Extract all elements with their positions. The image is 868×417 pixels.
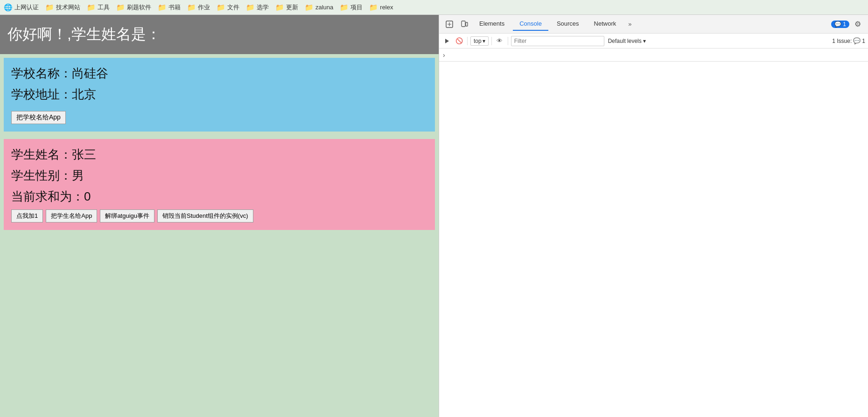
bookmark-gengxin[interactable]: 📁 更新: [275, 3, 298, 12]
console-divider-3: [508, 37, 508, 45]
devtools-console-toolbar: 🚫 top ▾ 👁 Default levels ▾ 1 Issue: 💬 1: [439, 34, 868, 49]
console-divider: [467, 37, 468, 45]
main-area: 你好啊！,学生姓名是： 学校名称：尚硅谷 学校地址：北京 把学校名给App 学生…: [0, 15, 868, 417]
svg-marker-3: [445, 39, 449, 43]
student-name-to-app-button[interactable]: 把学生名给App: [46, 209, 97, 222]
issues-icon: 💬: [853, 37, 861, 44]
bookmark-gongju[interactable]: 📁 工具: [87, 3, 110, 12]
tab-network[interactable]: Network: [588, 17, 623, 31]
page-header-text: 你好啊！,学生姓名是：: [7, 26, 161, 42]
bookmark-label: 项目: [350, 3, 363, 12]
bookmark-label: zaluna: [315, 4, 333, 11]
bookmark-xiangmu[interactable]: 📁 项目: [340, 3, 363, 12]
school-address-text: 学校地址：北京: [11, 86, 427, 103]
bookmark-shangwang[interactable]: 🌐 上网认证: [4, 3, 39, 12]
devtools-content: [439, 62, 868, 417]
bookmark-label: 选学: [257, 3, 269, 12]
increment-button[interactable]: 点我加1: [11, 209, 43, 222]
bookmarks-bar: 🌐 上网认证 📁 技术网站 📁 工具 📁 刷题软件 📁 书籍 📁 作业 📁 文件…: [0, 0, 868, 15]
folder-icon-11: 📁: [369, 3, 378, 12]
bookmark-label: 技术网站: [56, 3, 80, 12]
console-eye-button[interactable]: 👁: [495, 36, 505, 46]
student-name-text: 学生姓名：张三: [11, 146, 427, 163]
school-name-text: 学校名称：尚硅谷: [11, 65, 427, 82]
student-section: 学生姓名：张三 学生性别：男 当前求和为：0 点我加1 把学生名给App 解绑a…: [4, 139, 435, 230]
bookmark-wenjian[interactable]: 📁 文件: [217, 3, 239, 12]
console-filter-input[interactable]: [511, 36, 604, 46]
folder-icon-8: 📁: [275, 3, 284, 12]
web-icon: 🌐: [4, 3, 13, 12]
badge-count: 1: [843, 21, 846, 28]
svg-rect-1: [462, 21, 465, 27]
issues-badge: 1 Issue: 💬 1: [832, 37, 865, 44]
bookmark-label: 书籍: [168, 3, 181, 12]
tab-console[interactable]: Console: [513, 17, 548, 31]
bookmark-label: relex: [380, 4, 393, 11]
chevron-right-icon[interactable]: ›: [443, 51, 445, 59]
bookmark-zaluna[interactable]: 📁 zaluna: [305, 3, 333, 12]
chevron-down-icon-2: ▾: [643, 38, 646, 44]
bookmark-label: 上网认证: [14, 3, 39, 12]
devtools-settings-button[interactable]: ⚙: [851, 18, 864, 31]
devtools-device-button[interactable]: [458, 18, 471, 31]
bookmark-jishu[interactable]: 📁 技术网站: [45, 3, 80, 12]
console-block-button[interactable]: 🚫: [454, 36, 464, 46]
bookmark-zuoye[interactable]: 📁 作业: [187, 3, 210, 12]
console-run-button[interactable]: [442, 36, 452, 46]
devtools-badge: 💬 1: [831, 21, 849, 28]
folder-icon-9: 📁: [305, 3, 314, 12]
school-section: 学校名称：尚硅谷 学校地址：北京 把学校名给App: [4, 58, 435, 132]
svg-rect-2: [466, 22, 468, 26]
tab-elements[interactable]: Elements: [473, 17, 511, 31]
bookmark-relex[interactable]: 📁 relex: [369, 3, 393, 12]
folder-icon-5: 📁: [187, 3, 196, 12]
school-name-to-app-button[interactable]: 把学校名给App: [11, 111, 66, 124]
issues-count: 1: [862, 38, 865, 44]
folder-icon-1: 📁: [45, 3, 54, 12]
bookmark-shuti[interactable]: 📁 刷题软件: [116, 3, 151, 12]
devtools-toolbar: Elements Console Sources Network » 💬 1 ⚙: [439, 15, 868, 34]
bookmark-label: 作业: [198, 3, 210, 12]
folder-icon-3: 📁: [116, 3, 125, 12]
page-area: 你好啊！,学生姓名是： 学校名称：尚硅谷 学校地址：北京 把学校名给App 学生…: [0, 15, 439, 417]
chevron-down-icon: ▾: [483, 38, 485, 44]
devtools-more-button[interactable]: »: [624, 19, 635, 29]
folder-icon-6: 📁: [217, 3, 225, 12]
folder-icon-2: 📁: [87, 3, 96, 12]
bookmark-label: 工具: [98, 3, 110, 12]
folder-icon-4: 📁: [158, 3, 167, 12]
devtools-console-row: ›: [439, 49, 868, 62]
issues-label: 1 Issue:: [832, 38, 852, 44]
bookmark-label: 刷题软件: [127, 3, 151, 12]
tab-sources[interactable]: Sources: [550, 17, 586, 31]
folder-icon-10: 📁: [340, 3, 349, 12]
student-buttons: 点我加1 把学生名给App 解绑atguigu事件 销毁当前Student组件的…: [11, 209, 427, 222]
default-levels-button[interactable]: Default levels ▾: [606, 37, 648, 45]
bookmark-label: 更新: [286, 3, 298, 12]
chat-icon: 💬: [834, 21, 841, 28]
console-divider-2: [491, 37, 492, 45]
devtools-panel: Elements Console Sources Network » 💬 1 ⚙…: [439, 15, 868, 417]
bookmark-shiji[interactable]: 📁 书籍: [158, 3, 181, 12]
bookmark-xuanxue[interactable]: 📁 选学: [246, 3, 269, 12]
page-header: 你好啊！,学生姓名是：: [0, 15, 439, 54]
top-label: top: [474, 38, 482, 44]
destroy-student-button[interactable]: 销毁当前Student组件的实例(vc): [157, 209, 253, 222]
devtools-inspect-button[interactable]: [443, 18, 456, 31]
student-gender-text: 学生性别：男: [11, 167, 427, 184]
student-sum-text: 当前求和为：0: [11, 188, 427, 205]
bookmark-label: 文件: [227, 3, 239, 12]
top-frame-selector[interactable]: top ▾: [470, 36, 489, 46]
default-levels-label: Default levels: [608, 38, 642, 44]
unbind-atguigu-button[interactable]: 解绑atguigu事件: [100, 209, 154, 222]
folder-icon-7: 📁: [246, 3, 255, 12]
